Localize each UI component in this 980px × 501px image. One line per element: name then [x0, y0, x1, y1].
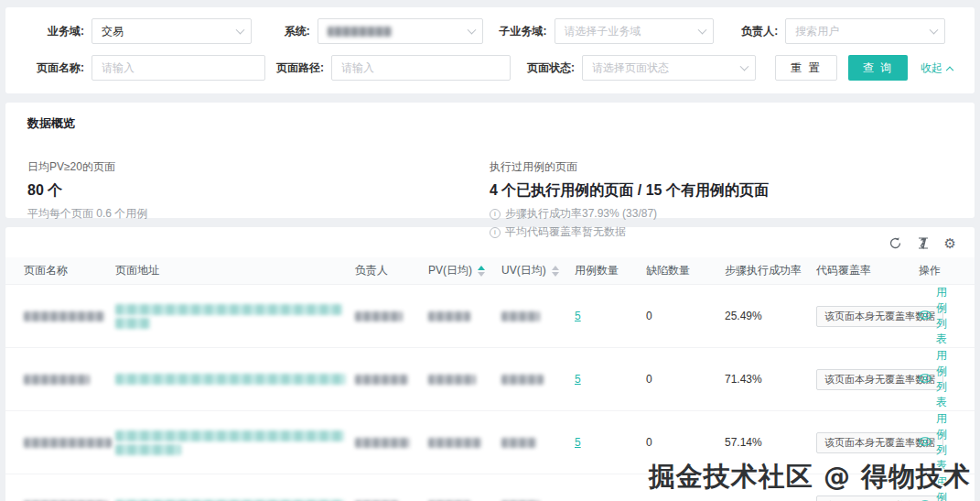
stat-daily-pv-value: 80 个: [27, 181, 490, 201]
cell-actions: 用例列表: [919, 474, 956, 501]
case-list-link[interactable]: 用例列表: [919, 411, 947, 474]
sub-domain-select[interactable]: 请选择子业务域: [555, 18, 715, 44]
page-path-input-input[interactable]: [341, 61, 490, 74]
stat-daily-pv: 日均PV≥20的页面 80 个 平均每个页面 0.6 个用例: [27, 159, 490, 240]
cell-pv: [428, 498, 501, 501]
system-select[interactable]: [318, 18, 483, 44]
column-header-label: 页面名称: [24, 263, 68, 278]
redacted-text: [115, 374, 346, 385]
reset-button[interactable]: 重 置: [775, 55, 836, 81]
redacted-line: [428, 311, 470, 321]
info-icon: i: [490, 227, 501, 238]
filter-panel: 业务域:交易系统:子业务域:请选择子业务域负责人:搜索用户 页面名称:页面路径:…: [5, 7, 975, 93]
column-header-3: 负责人: [355, 263, 428, 278]
column-header-10: 操作: [919, 263, 956, 278]
column-header-7: 缺陷数量: [646, 263, 725, 278]
redacted-line: [115, 444, 181, 455]
chevron-up-icon: [946, 67, 953, 74]
redacted-line: [355, 311, 403, 321]
stat-daily-pv-sub: 平均每个页面 0.6 个用例: [27, 206, 490, 222]
table-row: 5057.14%该页面本身无覆盖率数据用例列表: [5, 411, 975, 474]
page-name-input-input[interactable]: [102, 61, 244, 74]
case-list-link[interactable]: 用例列表: [919, 285, 947, 347]
cell-uv: [501, 498, 575, 501]
cell-page-url[interactable]: [115, 497, 355, 501]
cell-coverage: 该页面本身无覆盖率数据: [816, 306, 919, 327]
redacted-text: [24, 375, 106, 385]
table-header-row: 页面名称页面地址负责人PV(日均)UV(日均)用例数量缺陷数量步骤执行成功率代码…: [5, 257, 975, 285]
redacted-text: [501, 375, 565, 385]
cell-page-url[interactable]: [115, 371, 355, 387]
table-body: 5025.49%该页面本身无覆盖率数据用例列表5071.43%该页面本身无覆盖率…: [5, 285, 975, 501]
info-icon: i: [490, 209, 501, 220]
cell-pv: [428, 435, 501, 451]
column-header-2: 页面地址: [115, 263, 355, 278]
redacted-line: [24, 311, 104, 321]
case-list-label: 用例列表: [936, 411, 947, 474]
sort-desc-icon: [552, 272, 559, 277]
cell-defect-count: 0: [646, 310, 725, 322]
eye-icon: [919, 436, 932, 449]
case-list-label: 用例列表: [936, 348, 947, 410]
cell-defect-count: 0: [646, 436, 725, 449]
redacted-line: [355, 375, 408, 385]
redacted-text: [24, 311, 106, 321]
cell-actions: 用例列表: [919, 411, 956, 474]
cell-page-name: [24, 498, 115, 501]
column-header-label: 页面地址: [115, 263, 159, 278]
search-button[interactable]: 查 询: [848, 55, 908, 81]
cell-pv: [428, 372, 501, 387]
page-name-input[interactable]: [92, 55, 265, 81]
case-count-link[interactable]: 5: [575, 436, 581, 449]
owner-select[interactable]: 搜索用户: [785, 18, 945, 44]
case-count-link[interactable]: 5: [575, 310, 581, 322]
redacted-line: [24, 375, 90, 385]
column-header-9: 代码覆盖率: [816, 263, 919, 278]
cell-page-url[interactable]: [115, 301, 355, 332]
redacted-text: [115, 430, 346, 455]
column-header-label: 负责人: [355, 263, 388, 278]
redacted-text: [24, 438, 106, 448]
case-count-link[interactable]: 5: [575, 373, 581, 386]
pages-table-panel: ⚙ 页面名称页面地址负责人PV(日均)UV(日均)用例数量缺陷数量步骤执行成功率…: [5, 227, 975, 501]
case-list-link[interactable]: 用例列表: [919, 474, 947, 501]
business-domain-select[interactable]: 交易: [92, 18, 252, 44]
collapse-label: 收起: [921, 60, 942, 76]
cell-owner: [355, 309, 428, 324]
case-list-link[interactable]: 用例列表: [919, 348, 947, 410]
page-path-input[interactable]: [331, 55, 511, 81]
overview-title: 数据概览: [27, 115, 953, 132]
redacted-line: [115, 318, 150, 329]
filter-field-page-name-input: 页面名称:: [27, 55, 265, 81]
cell-defect-count: 0: [646, 373, 725, 386]
column-header-1: 页面名称: [24, 263, 115, 278]
cell-uv: [501, 372, 575, 387]
chevron-down-icon: [467, 26, 476, 35]
table-row: 5025.49%该页面本身无覆盖率数据用例列表: [5, 285, 975, 348]
filter-field-page-status-select: 页面状态:请选择页面状态: [518, 55, 756, 81]
column-header-label: 操作: [919, 263, 941, 278]
cell-actions: 用例列表: [919, 348, 956, 410]
filter-label: 系统:: [259, 24, 310, 39]
page-status-select[interactable]: 请选择页面状态: [582, 55, 756, 81]
filter-row-2: 页面名称:页面路径:页面状态:请选择页面状态重 置查 询收起: [27, 55, 953, 81]
sort-control[interactable]: [552, 266, 559, 277]
cell-page-url[interactable]: [115, 428, 355, 458]
column-header-4: PV(日均): [428, 263, 501, 278]
redacted-text: [115, 304, 346, 329]
filter-label: 负责人:: [721, 24, 778, 39]
filter-label: 页面名称:: [27, 60, 84, 76]
redacted-line: [501, 375, 544, 385]
column-header-label: 步骤执行成功率: [725, 263, 802, 278]
stat-note-success-rate-text: 步骤执行成功率37.93% (33/87): [505, 206, 657, 222]
case-list-label: 用例列表: [936, 285, 947, 347]
filter-label: 业务域:: [27, 24, 84, 39]
stat-note-coverage: i 平均代码覆盖率暂无数据: [490, 224, 769, 240]
column-header-label: PV(日均): [428, 263, 472, 278]
redacted-line: [24, 438, 112, 448]
cell-actions: 用例列表: [919, 285, 956, 347]
filter-buttons: 重 置查 询收起: [775, 55, 953, 81]
collapse-toggle[interactable]: 收起: [921, 60, 953, 76]
sort-control[interactable]: [478, 266, 485, 277]
eye-icon: [919, 310, 932, 322]
